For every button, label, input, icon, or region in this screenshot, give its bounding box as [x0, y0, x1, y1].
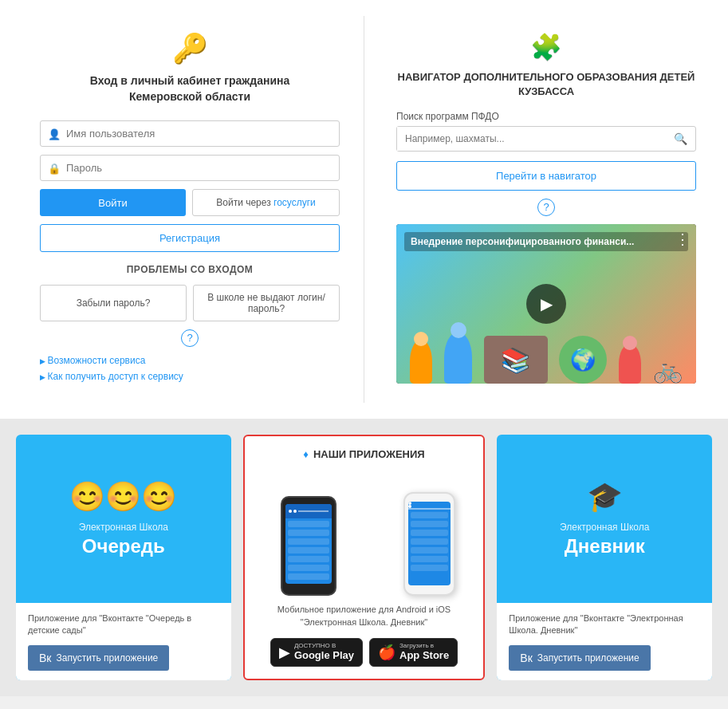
- diary-vk-button[interactable]: Вк Запустить приложение: [509, 645, 650, 671]
- app-store-small-text: Загрузить в: [399, 643, 449, 649]
- navigator-help-icon[interactable]: ?: [537, 199, 555, 216]
- app-store-icon: 🍎: [378, 644, 395, 661]
- links-section: Возможности сервиса Как получить доступ …: [40, 355, 340, 382]
- iphone-item-5: [411, 547, 448, 553]
- goto-navigator-button[interactable]: Перейти в навигатор: [396, 161, 696, 191]
- phones-image: [257, 468, 472, 596]
- video-more-icon[interactable]: ⋮: [675, 230, 690, 248]
- iphone-item-3: [411, 530, 448, 536]
- google-play-small-text: ДОСТУПНО В: [294, 643, 354, 649]
- password-group: 🔒: [40, 155, 340, 181]
- android-screen-items: [285, 518, 332, 584]
- screen-dot-1: [289, 510, 292, 513]
- diary-icon: 🎓: [587, 480, 623, 514]
- screen-item-6: [288, 565, 329, 571]
- iphone-item-6: [411, 556, 448, 562]
- username-group: 👤: [40, 120, 340, 147]
- screen-item-4: [288, 547, 329, 553]
- bottom-section: 😊😊😊 Электронная Школа Очередь Приложение…: [0, 419, 728, 695]
- search-input[interactable]: [397, 127, 666, 151]
- problems-row: Забыли пароль? В школе не выдают логин/п…: [40, 285, 340, 321]
- diary-btn-label: Запустить приложение: [537, 652, 639, 664]
- login-panel: 🔑 Вход в личный кабинет гражданина Кемер…: [16, 16, 364, 403]
- google-play-text: ДОСТУПНО В Google Play: [294, 643, 354, 662]
- store-buttons: ▶ ДОСТУПНО В Google Play 🍎 Загрузить в A…: [270, 638, 458, 667]
- queue-card-top: 😊😊😊 Электронная Школа Очередь: [16, 435, 231, 603]
- queue-subtitle: Электронная Школа: [79, 522, 168, 533]
- diary-card-bottom: Приложение для "Вконтакте "Электронная Ш…: [497, 603, 712, 680]
- login-title: Вход в личный кабинет гражданина Кемеров…: [40, 73, 340, 104]
- search-button[interactable]: 🔍: [666, 127, 695, 151]
- google-play-big-text: Google Play: [294, 649, 354, 662]
- iphone-screen-items: [408, 510, 451, 576]
- key-icon: 🔑: [40, 32, 340, 65]
- android-screen-header: [285, 504, 332, 518]
- iphone-screen-header: [408, 502, 451, 510]
- queue-icon: 😊😊😊: [69, 480, 177, 514]
- app-store-big-text: App Store: [399, 649, 449, 662]
- diary-desc: Приложение для "Вконтакте "Электронная Ш…: [509, 612, 700, 637]
- screen-item-5: [288, 556, 329, 562]
- navigator-icon: 🧩: [396, 32, 696, 62]
- lock-icon: 🔒: [48, 162, 61, 174]
- screen-item-7: [288, 573, 329, 580]
- iphone-item-1: [411, 512, 448, 518]
- gosuslugi-button[interactable]: Войти через госуслуги: [192, 189, 340, 216]
- screen-item-3: [288, 538, 329, 545]
- queue-btn-label: Запустить приложение: [56, 652, 158, 664]
- queue-card-bottom: Приложение для "Вконтакте "Очередь в дет…: [16, 603, 231, 680]
- forgot-password-button[interactable]: Забыли пароль?: [40, 285, 187, 321]
- login-button[interactable]: Войти: [40, 189, 186, 216]
- access-link[interactable]: Как получить доступ к сервису: [40, 371, 340, 382]
- apps-center-card: ♦ НАШИ ПРИЛОЖЕНИЯ: [243, 435, 486, 679]
- queue-title: Очередь: [82, 535, 165, 557]
- google-play-icon: ▶: [279, 644, 290, 661]
- diary-subtitle: Электронная Школа: [560, 522, 649, 533]
- screen-line: [298, 510, 329, 512]
- android-screen: [285, 504, 332, 584]
- android-phone: [281, 496, 336, 596]
- diamond-icon: ♦: [303, 448, 309, 460]
- app-store-button[interactable]: 🍎 Загрузить в App Store: [369, 638, 458, 667]
- diary-title: Дневник: [565, 535, 645, 557]
- vk-icon-right: Вк: [520, 652, 532, 664]
- login-btn-row: Войти Войти через госуслуги: [40, 189, 340, 216]
- username-input[interactable]: [40, 120, 340, 147]
- video-block: Внедрение персонифицированного финанси..…: [396, 224, 696, 384]
- queue-card: 😊😊😊 Электронная Школа Очередь Приложение…: [16, 435, 231, 679]
- user-icon: 👤: [48, 128, 61, 140]
- video-play-button[interactable]: ▶: [526, 284, 566, 324]
- register-button[interactable]: Регистрация: [40, 224, 340, 252]
- diary-card: 🎓 Электронная Школа Дневник Приложение д…: [497, 435, 712, 679]
- password-input[interactable]: [40, 155, 340, 181]
- app-store-text: Загрузить в App Store: [399, 643, 449, 662]
- screen-dot-2: [293, 510, 297, 513]
- gosuslugi-link[interactable]: госуслуги: [273, 197, 316, 208]
- screen-item-1: [288, 521, 329, 527]
- iphone-item-7: [411, 565, 448, 571]
- navigator-title: НАВИГАТОР ДОПОЛНИТЕЛЬНОГО ОБРАЗОВАНИЯ ДЕ…: [396, 70, 696, 99]
- diary-card-top: 🎓 Электронная Школа Дневник: [497, 435, 712, 603]
- google-play-button[interactable]: ▶ ДОСТУПНО В Google Play: [270, 638, 363, 667]
- apps-center-title: ♦ НАШИ ПРИЛОЖЕНИЯ: [303, 448, 424, 460]
- queue-desc: Приложение для "Вконтакте "Очередь в дет…: [28, 612, 219, 637]
- school-login-button[interactable]: В школе не выдают логин/пароль?: [193, 285, 340, 321]
- video-title: Внедрение персонифицированного финанси..…: [404, 232, 688, 251]
- problems-title: ПРОБЛЕМЫ СО ВХОДОМ: [40, 264, 340, 275]
- iphone: [403, 492, 455, 596]
- iphone-screen: [408, 502, 451, 585]
- app-center-desc: Мобильное приложение для Android и iOS "…: [257, 604, 472, 628]
- search-label: Поиск программ ПФДО: [396, 111, 696, 122]
- help-question-icon[interactable]: ?: [181, 329, 199, 347]
- iphone-item-4: [411, 538, 448, 545]
- opportunities-link[interactable]: Возможности сервиса: [40, 355, 340, 366]
- navigator-panel: 🧩 НАВИГАТОР ДОПОЛНИТЕЛЬНОГО ОБРАЗОВАНИЯ …: [380, 16, 712, 403]
- screen-item-2: [288, 530, 329, 536]
- iphone-item-2: [411, 521, 448, 527]
- vk-icon-left: Вк: [39, 652, 51, 664]
- queue-vk-button[interactable]: Вк Запустить приложение: [28, 645, 169, 671]
- search-row: 🔍: [396, 126, 696, 152]
